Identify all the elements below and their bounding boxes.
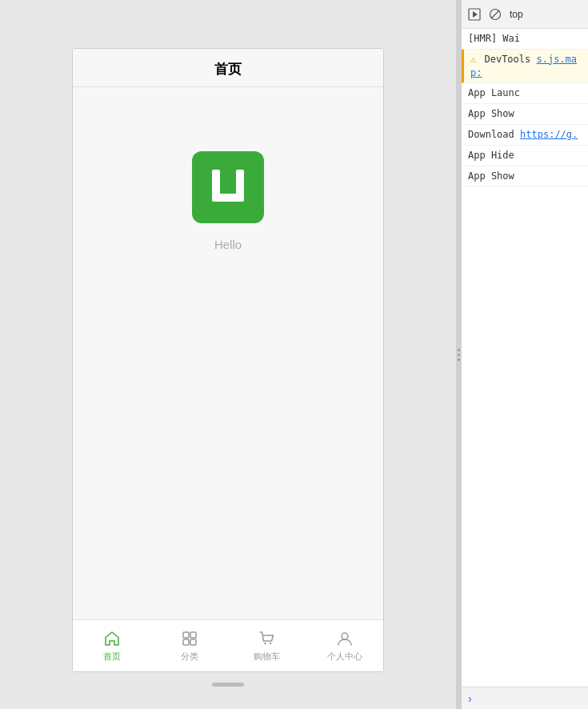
profile-icon (335, 629, 354, 648)
log-line-apphide: App Hide (462, 146, 588, 166)
svg-marker-11 (473, 11, 478, 18)
tab-label-category: 分类 (181, 651, 198, 663)
tab-item-cart[interactable]: 购物车 (228, 620, 306, 671)
log-line-appshow-2: App Show (462, 166, 588, 187)
log-line-devtools: ⚠ DevTools s.js.map: (462, 50, 588, 84)
play-button[interactable] (466, 6, 482, 22)
tab-label-home: 首页 (103, 651, 121, 663)
svg-point-8 (269, 643, 270, 644)
app-icon-svg (204, 163, 252, 211)
phone-title-bar: 首页 (73, 49, 383, 87)
tab-label-cart: 购物车 (254, 651, 280, 663)
log-line-launch: App Launc (462, 83, 588, 104)
svg-rect-4 (190, 632, 196, 638)
handle-bar (212, 683, 244, 687)
log-link-download[interactable]: https://g. (520, 129, 578, 140)
log-text-appshow-2: App Show (468, 170, 514, 182)
devtools-tab-label: top (510, 9, 523, 20)
chevron-right-icon[interactable]: › (468, 692, 472, 705)
simulator-bottom-handle (72, 672, 384, 696)
svg-rect-2 (212, 194, 244, 202)
cart-icon (258, 629, 277, 648)
phone-tabbar: 首页 分类 (73, 619, 383, 671)
block-button[interactable] (487, 6, 503, 22)
phone-frame: 首页 Hello (72, 48, 384, 672)
log-line-appshow-1: App Show (462, 104, 588, 125)
resize-dot-3 (458, 359, 460, 361)
resize-dot-2 (458, 354, 460, 356)
category-icon (180, 629, 199, 648)
svg-rect-5 (183, 639, 189, 645)
tab-item-profile[interactable]: 个人中心 (306, 620, 383, 671)
devtools-panel: top [HMR] Wai ⚠ DevTools s.js.map: App L… (461, 0, 588, 709)
home-icon (102, 629, 122, 648)
log-text-appshow-1: App Show (468, 108, 514, 119)
page-title: 首页 (214, 62, 242, 77)
log-text-apphide: App Hide (468, 150, 514, 161)
log-text-download: Download (468, 129, 520, 140)
log-text-devtools: DevTools (484, 54, 536, 65)
svg-line-13 (491, 10, 499, 18)
tab-label-profile: 个人中心 (327, 651, 362, 663)
phone-content: Hello (73, 87, 383, 619)
resize-dots (458, 349, 460, 361)
devtools-toolbar: top (462, 0, 588, 29)
simulator-area: 首页 Hello (0, 0, 456, 709)
app-label: Hello (214, 238, 242, 251)
devtools-footer: › (462, 687, 588, 709)
tab-item-category[interactable]: 分类 (150, 620, 228, 671)
svg-rect-6 (190, 639, 196, 645)
log-line-hmr: [HMR] Wai (462, 29, 588, 50)
svg-point-7 (264, 643, 266, 644)
tab-item-home[interactable]: 首页 (73, 620, 150, 671)
app-icon[interactable] (192, 151, 264, 223)
log-text-launch: App Launc (468, 87, 520, 98)
log-line-download: Download https://g. (462, 125, 588, 146)
svg-point-9 (342, 633, 348, 639)
svg-rect-3 (183, 632, 189, 638)
log-text-hmr: [HMR] Wai (468, 33, 520, 44)
resize-dot-1 (458, 349, 460, 351)
devtools-log-area[interactable]: [HMR] Wai ⚠ DevTools s.js.map: App Launc… (462, 29, 588, 687)
warning-icon: ⚠ (470, 53, 476, 66)
